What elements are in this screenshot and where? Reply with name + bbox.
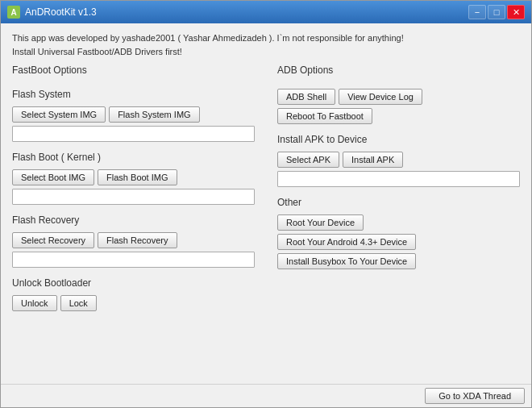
title-bar-left: A AnDRootKit v1.3 xyxy=(7,6,97,19)
unlock-buttons: Unlock Lock xyxy=(12,295,255,311)
install-apk-label: Install APK to Device xyxy=(277,134,520,145)
flash-recovery-buttons: Select Recovery Flash Recovery xyxy=(12,232,255,248)
info-line2: Install Universal Fastboot/ADB Drivers f… xyxy=(12,45,520,59)
go-to-xda-thread-button[interactable]: Go to XDA Thread xyxy=(425,388,525,404)
install-apk-input[interactable] xyxy=(277,171,520,187)
close-button[interactable]: ✕ xyxy=(507,5,525,19)
window-controls: − □ ✕ xyxy=(468,5,525,19)
root-android-43-button[interactable]: Root Your Android 4.3+ Device xyxy=(277,234,416,250)
select-system-img-button[interactable]: Select System IMG xyxy=(12,106,106,123)
info-block: This app was developed by yashade2001 ( … xyxy=(12,31,520,58)
adb-reboot-row: Reboot To Fastboot xyxy=(277,108,520,124)
content-area: This app was developed by yashade2001 ( … xyxy=(1,23,531,384)
select-apk-button[interactable]: Select APK xyxy=(277,152,339,168)
install-busybox-row: Install Busybox To Your Device xyxy=(277,253,520,269)
flash-boot-label: Flash Boot ( Kernel ) xyxy=(12,152,255,163)
root-android-row: Root Your Android 4.3+ Device xyxy=(277,234,520,250)
flash-boot-img-button[interactable]: Flash Boot IMG xyxy=(98,169,177,185)
select-recovery-button[interactable]: Select Recovery xyxy=(12,232,94,248)
root-device-row: Root Your Device xyxy=(277,214,520,231)
bottom-bar: Go to XDA Thread xyxy=(1,384,531,407)
flash-system-buttons: Select System IMG Flash System IMG xyxy=(12,106,255,123)
install-apk-buttons: Select APK Install APK xyxy=(277,152,520,168)
flash-recovery-section: Flash Recovery Select Recovery Flash Rec… xyxy=(12,214,255,268)
minimize-button[interactable]: − xyxy=(468,5,486,19)
lock-button[interactable]: Lock xyxy=(60,295,97,311)
install-apk-section: Install APK to Device Select APK Install… xyxy=(277,134,520,187)
flash-boot-input[interactable] xyxy=(12,189,255,205)
flash-boot-buttons: Select Boot IMG Flash Boot IMG xyxy=(12,169,255,185)
install-apk-button[interactable]: Install APK xyxy=(343,152,403,168)
install-busybox-button[interactable]: Install Busybox To Your Device xyxy=(277,253,416,269)
unlock-bootloader-section: Unlock Bootloader Unlock Lock xyxy=(12,277,255,311)
flash-system-input[interactable] xyxy=(12,126,255,142)
main-window: A AnDRootKit v1.3 − □ ✕ This app was dev… xyxy=(0,0,532,408)
left-panel: FastBoot Options Flash System Select Sys… xyxy=(12,65,266,376)
window-title: AnDRootKit v1.3 xyxy=(25,6,97,18)
adb-shell-button[interactable]: ADB Shell xyxy=(277,89,335,105)
reboot-to-fastboot-button[interactable]: Reboot To Fastboot xyxy=(277,108,372,124)
flash-recovery-button[interactable]: Flash Recovery xyxy=(98,232,177,248)
other-section: Other Root Your Device Root Your Android… xyxy=(277,197,520,269)
flash-system-label: Flash System xyxy=(12,89,255,100)
flash-system-section: Flash System Select System IMG Flash Sys… xyxy=(12,89,255,142)
view-device-log-button[interactable]: View Device Log xyxy=(339,89,422,105)
info-line1: This app was developed by yashade2001 ( … xyxy=(12,31,520,45)
select-boot-img-button[interactable]: Select Boot IMG xyxy=(12,169,94,185)
fastboot-header: FastBoot Options xyxy=(12,65,255,76)
adb-section: ADB Shell View Device Log Reboot To Fast… xyxy=(277,89,520,124)
maximize-button[interactable]: □ xyxy=(488,5,505,19)
unlock-button[interactable]: Unlock xyxy=(12,295,57,311)
title-bar: A AnDRootKit v1.3 − □ ✕ xyxy=(1,1,531,23)
adb-top-buttons: ADB Shell View Device Log xyxy=(277,89,520,105)
app-icon: A xyxy=(7,6,20,19)
flash-recovery-input[interactable] xyxy=(12,252,255,268)
root-device-button[interactable]: Root Your Device xyxy=(277,214,364,231)
right-panel: ADB Options ADB Shell View Device Log Re… xyxy=(266,65,520,376)
flash-system-img-button[interactable]: Flash System IMG xyxy=(109,106,199,123)
unlock-bootloader-label: Unlock Bootloader xyxy=(12,277,255,289)
flash-boot-section: Flash Boot ( Kernel ) Select Boot IMG Fl… xyxy=(12,152,255,205)
other-label: Other xyxy=(277,197,520,208)
adb-header: ADB Options xyxy=(277,65,520,76)
main-panels: FastBoot Options Flash System Select Sys… xyxy=(12,65,520,376)
flash-recovery-label: Flash Recovery xyxy=(12,214,255,226)
